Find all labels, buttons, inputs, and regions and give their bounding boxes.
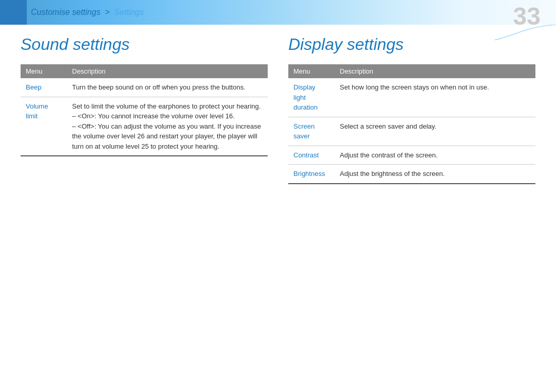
header-blue-block (0, 0, 27, 25)
display-row-screensaver: Screen saver Select a screen saver and d… (288, 117, 535, 146)
display-col-menu: Menu (288, 64, 335, 78)
sound-section-title: Sound settings (21, 35, 268, 56)
display-menu-screensaver: Screen saver (288, 117, 335, 146)
breadcrumb-separator: > (105, 8, 110, 16)
display-section: Display settings Menu Description Displa… (288, 35, 535, 382)
display-table-header-row: Menu Description (288, 64, 535, 78)
sound-section: Sound settings Menu Description Beep Tur… (21, 35, 268, 382)
display-menu-light-duration: Display lightduration (288, 78, 335, 117)
sound-menu-beep: Beep (21, 78, 67, 97)
display-col-description: Description (335, 64, 535, 78)
sound-table-header-row: Menu Description (21, 64, 268, 78)
display-section-title: Display settings (288, 35, 535, 56)
display-desc-light-duration: Set how long the screen stays on when no… (335, 78, 535, 117)
display-row-contrast: Contrast Adjust the contrast of the scre… (288, 146, 535, 165)
sound-desc-beep: Turn the beep sound on or off when you p… (67, 78, 268, 97)
sound-row-beep: Beep Turn the beep sound on or off when … (21, 78, 268, 97)
display-desc-brightness: Adjust the brightness of the screen. (335, 165, 535, 184)
main-content: Sound settings Menu Description Beep Tur… (0, 25, 556, 392)
display-desc-contrast: Adjust the contrast of the screen. (335, 146, 535, 165)
sound-col-menu: Menu (21, 64, 67, 78)
header-bar: Customise settings > Settings (0, 0, 556, 25)
display-desc-screensaver: Select a screen saver and delay. (335, 117, 535, 146)
sound-row-volume: Volumelimit Set to limit the volume of t… (21, 97, 268, 156)
display-menu-brightness: Brightness (288, 165, 335, 184)
display-settings-table: Menu Description Display lightduration S… (288, 64, 535, 184)
sound-desc-volume: Set to limit the volume of the earphones… (67, 97, 268, 156)
display-menu-contrast: Contrast (288, 146, 335, 165)
display-row-brightness: Brightness Adjust the brightness of the … (288, 165, 535, 184)
sound-menu-volume: Volumelimit (21, 97, 67, 156)
breadcrumb-sub: Settings (114, 8, 144, 16)
display-row-light-duration: Display lightduration Set how long the s… (288, 78, 535, 117)
breadcrumb-main: Customise settings (31, 8, 100, 16)
sound-settings-table: Menu Description Beep Turn the beep soun… (21, 64, 268, 156)
sound-col-description: Description (67, 64, 268, 78)
breadcrumb: Customise settings > Settings (31, 8, 144, 17)
